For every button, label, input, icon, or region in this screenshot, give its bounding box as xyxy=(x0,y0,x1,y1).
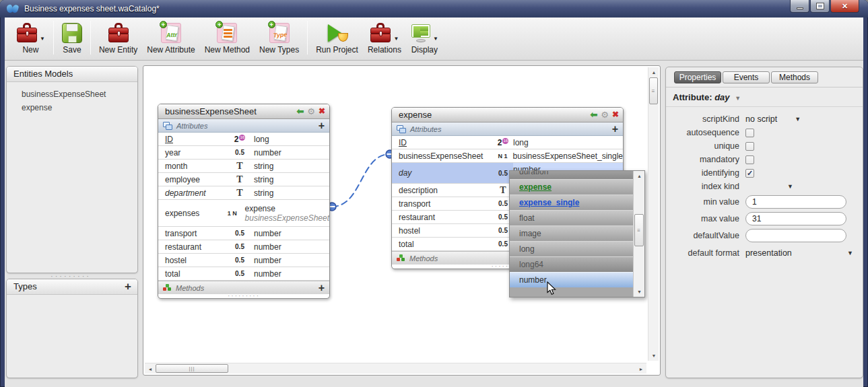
add-type-button[interactable]: + xyxy=(125,279,131,294)
attribute-row[interactable]: hostel 0.5 number xyxy=(158,254,329,267)
attribute-header[interactable]: Attribute: day ▼ xyxy=(666,87,863,107)
tab-events[interactable]: Events xyxy=(723,71,770,83)
attribute-row[interactable]: transport 0.5 number xyxy=(158,227,329,240)
scrollbar-thumb[interactable]: ≡ xyxy=(634,214,644,246)
toolbar-separator xyxy=(307,21,308,55)
display-button[interactable]: ▼ Display xyxy=(406,20,443,55)
sidebar-item-expense[interactable]: expense xyxy=(7,101,137,114)
new-method-button[interactable]: + New Method xyxy=(200,20,255,55)
scrollbar-thumb[interactable]: ≡ xyxy=(649,77,658,104)
canvas-horizontal-scrollbar[interactable]: ◄ ||| ► xyxy=(145,363,646,374)
plus-badge-icon: + xyxy=(160,21,167,28)
run-project-button[interactable]: Run Project xyxy=(311,20,363,55)
attribute-row[interactable]: ID 216 long xyxy=(158,133,329,146)
chevron-down-icon[interactable]: ▼ xyxy=(847,250,853,256)
scroll-left-icon[interactable]: ◄ xyxy=(145,363,156,374)
entity-businessexpensesheet[interactable]: businessExpenseSheet ⬅ ⚙ ✖ Attributes + … xyxy=(158,104,330,299)
close-button[interactable]: ✕ xyxy=(830,0,859,13)
attribute-row[interactable]: businessExpenseSheet N 1 businessExpense… xyxy=(392,149,623,163)
tab-methods[interactable]: Methods xyxy=(771,71,818,83)
toolbox-icon xyxy=(370,23,391,43)
attribute-row[interactable]: employee T string xyxy=(158,173,329,186)
panel-splitter-handle[interactable]: ········· xyxy=(5,274,137,278)
entity-title: expense xyxy=(399,110,587,120)
number-type-icon: 0.5 xyxy=(226,256,254,264)
scroll-up-icon[interactable]: ▲ xyxy=(648,67,659,77)
display-dropdown-arrow-icon[interactable]: ▼ xyxy=(433,36,438,42)
relations-dropdown-arrow-icon[interactable]: ▼ xyxy=(393,36,399,42)
scroll-right-icon[interactable]: ► xyxy=(636,363,646,374)
entity-delete-icon[interactable]: ✖ xyxy=(612,110,619,119)
collapse-arrow-icon[interactable]: ⬅ xyxy=(296,107,304,116)
attribute-row[interactable]: year 0.5 number xyxy=(158,146,329,160)
dropdown-item-number[interactable]: number xyxy=(510,272,633,287)
entity-settings-icon[interactable]: ⚙ xyxy=(601,110,609,119)
dropdown-item-expense[interactable]: expense xyxy=(510,179,633,195)
scrollbar-thumb[interactable]: ||| xyxy=(156,364,228,373)
dropdown-item-long[interactable]: long xyxy=(510,241,633,256)
new-dropdown-arrow-icon[interactable]: ▼ xyxy=(40,36,45,42)
attribute-row[interactable]: ID 216 long xyxy=(392,136,623,149)
tab-properties[interactable]: Properties xyxy=(674,71,721,83)
entity-settings-icon[interactable]: ⚙ xyxy=(307,107,315,116)
add-attribute-button[interactable]: + xyxy=(319,120,325,132)
autosequence-checkbox[interactable] xyxy=(745,129,754,137)
minimize-button[interactable] xyxy=(790,0,809,13)
dropdown-item-long64[interactable]: long64 xyxy=(510,256,633,272)
sidebar-item-businessexpensesheet[interactable]: businessExpenseSheet xyxy=(7,87,137,101)
mandatory-row: mandatory xyxy=(666,153,863,166)
window-title: Business expenses sheet.waCatalog* xyxy=(24,4,160,13)
add-method-button[interactable]: + xyxy=(319,282,325,294)
entity-resize-handle[interactable]: ········· xyxy=(158,294,329,298)
mandatory-checkbox[interactable] xyxy=(745,155,754,164)
default-format-value[interactable]: presentation xyxy=(745,248,792,258)
scroll-up-icon[interactable]: ▲ xyxy=(634,171,645,181)
dropdown-item-float[interactable]: float xyxy=(510,210,633,225)
attribute-name: day xyxy=(714,92,729,102)
relations-button[interactable]: ▼ Relations xyxy=(363,20,406,55)
dropdown-item-duration[interactable]: duration xyxy=(510,170,633,179)
collapse-arrow-icon[interactable]: ⬅ xyxy=(590,110,597,119)
number-type-icon: 0.5 xyxy=(226,230,254,237)
entity-delete-icon[interactable]: ✖ xyxy=(319,107,325,116)
max-value-input[interactable] xyxy=(745,212,846,225)
entity-header[interactable]: businessExpenseSheet ⬅ ⚙ ✖ xyxy=(158,104,329,119)
plus-badge-icon: + xyxy=(268,21,275,28)
minimize-icon xyxy=(797,7,803,9)
save-button[interactable]: Save xyxy=(57,20,87,55)
unique-row: unique xyxy=(666,139,863,153)
attribute-row[interactable]: department T string xyxy=(158,186,329,200)
default-value-input[interactable] xyxy=(745,229,846,242)
attribute-row[interactable]: total 0.5 number xyxy=(158,267,329,281)
chevron-down-icon[interactable]: ▼ xyxy=(795,116,801,122)
scriptkind-value[interactable]: no script xyxy=(745,114,777,124)
chevron-down-icon[interactable]: ▼ xyxy=(735,95,741,102)
scroll-down-icon[interactable]: ▼ xyxy=(648,351,659,361)
min-value-input[interactable] xyxy=(745,195,846,209)
dropdown-item-image[interactable]: image xyxy=(510,225,633,241)
scroll-down-icon[interactable]: ▼ xyxy=(634,287,645,297)
attribute-row[interactable]: expenses 1 N expense businessExpenseShee… xyxy=(158,200,329,227)
chevron-down-icon[interactable]: ▼ xyxy=(787,183,793,190)
maximize-button[interactable] xyxy=(810,0,830,13)
defaultformat-row: default format presentation ▼ xyxy=(666,246,863,260)
entity-header[interactable]: expense ⬅ ⚙ ✖ xyxy=(392,108,623,122)
add-attribute-button[interactable]: + xyxy=(612,123,618,135)
checkmark-icon: ✓ xyxy=(747,170,753,177)
new-method-icon: + xyxy=(217,23,237,43)
string-type-icon: T xyxy=(226,174,254,185)
new-attribute-button[interactable]: Attr + New Attribute xyxy=(142,20,199,55)
identifying-checkbox[interactable]: ✓ xyxy=(745,169,754,178)
new-types-button[interactable]: Type + New Types xyxy=(255,20,304,55)
attribute-row[interactable]: month T string xyxy=(158,160,329,173)
dropdown-item-expense-single[interactable]: expense_single xyxy=(510,195,633,210)
new-button[interactable]: ▼ New xyxy=(11,20,50,55)
attribute-row[interactable]: restaurant 0.5 number xyxy=(158,240,329,254)
app-logo-icon xyxy=(7,4,19,13)
unique-checkbox[interactable] xyxy=(745,142,754,151)
new-entity-button[interactable]: New Entity xyxy=(94,20,142,55)
dropdown-scrollbar[interactable]: ▲ ≡ ▼ xyxy=(633,171,644,297)
model-canvas[interactable]: businessExpenseSheet ⬅ ⚙ ✖ Attributes + … xyxy=(143,65,661,376)
canvas-vertical-scrollbar[interactable]: ▲ ≡ ▼ xyxy=(648,67,659,361)
type-dropdown-popup: duration expense expense_single float im… xyxy=(509,170,645,297)
